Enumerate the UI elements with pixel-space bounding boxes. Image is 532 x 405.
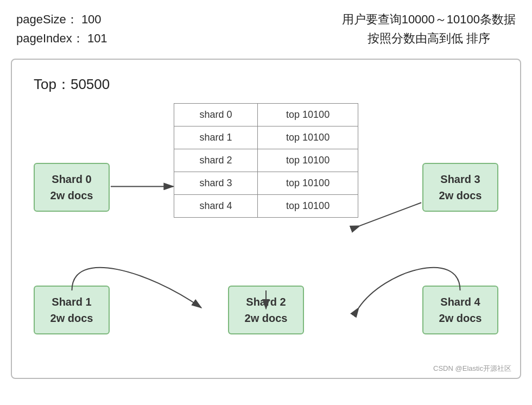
value-cell: top 10100	[258, 172, 358, 195]
value-cell: top 10100	[258, 104, 358, 126]
pageindex-value: 101	[87, 31, 107, 45]
shard-box-0: Shard 0 2w docs	[34, 163, 110, 212]
header: pageSize： 100 pageIndex： 101 用户要查询10000～…	[0, 0, 532, 53]
shard-box-2: Shard 2 2w docs	[228, 286, 304, 334]
pageindex-label: pageIndex：	[16, 31, 84, 45]
svg-line-3	[360, 203, 421, 226]
shard-0-title: Shard 0	[52, 171, 91, 187]
top-label: Top：50500	[34, 75, 110, 94]
shard-3-title: Shard 3	[440, 171, 480, 187]
watermark: CSDN @Elastic开源社区	[433, 364, 511, 374]
desc-line1: 用户要查询10000～10100条数据	[342, 10, 516, 29]
shard-2-title: Shard 2	[246, 294, 286, 310]
pagesize-label: pageSize：	[16, 12, 78, 26]
pageindex-row: pageIndex： 101	[16, 29, 107, 48]
center-table: shard 0top 10100shard 1top 10100shard 2t…	[174, 103, 358, 218]
pagesize-value: 100	[81, 12, 102, 26]
shard-cell: shard 2	[174, 149, 258, 172]
shard-cell: shard 4	[174, 195, 258, 218]
shard-cell: shard 0	[174, 104, 258, 126]
table-row: shard 3top 10100	[174, 172, 358, 195]
shard-3-subtitle: 2w docs	[439, 187, 482, 204]
shard-4-title: Shard 4	[440, 294, 480, 310]
shard-cell: shard 1	[174, 126, 258, 149]
table-row: shard 4top 10100	[174, 195, 358, 218]
pagesize-row: pageSize： 100	[16, 10, 107, 29]
table-row: shard 0top 10100	[174, 104, 358, 126]
header-right: 用户要查询10000～10100条数据 按照分数由高到低 排序	[342, 10, 516, 48]
header-left: pageSize： 100 pageIndex： 101	[16, 10, 107, 48]
table-row: shard 1top 10100	[174, 126, 358, 149]
shard-2-subtitle: 2w docs	[245, 310, 288, 326]
shard-1-title: Shard 1	[52, 294, 91, 310]
shard-box-3: Shard 3 2w docs	[422, 163, 498, 212]
desc-line2: 按照分数由高到低 排序	[342, 29, 516, 48]
shard-box-1: Shard 1 2w docs	[34, 286, 110, 334]
shard-1-subtitle: 2w docs	[50, 310, 93, 326]
shard-box-4: Shard 4 2w docs	[422, 286, 498, 334]
shard-cell: shard 3	[174, 172, 258, 195]
value-cell: top 10100	[258, 149, 358, 172]
shard-4-subtitle: 2w docs	[439, 310, 482, 326]
value-cell: top 10100	[258, 195, 358, 218]
value-cell: top 10100	[258, 126, 358, 149]
shard-0-subtitle: 2w docs	[50, 187, 93, 204]
table-row: shard 2top 10100	[174, 149, 358, 172]
diagram-container: Top：50500 shard 0top 10100shard 1top 101…	[11, 59, 521, 379]
